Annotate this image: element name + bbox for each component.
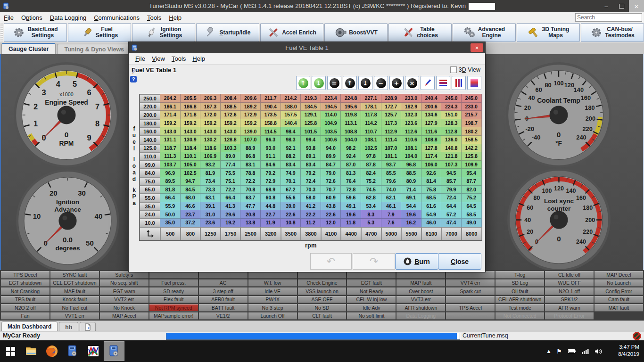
edit-pencil-icon[interactable] bbox=[130, 68, 137, 75]
ve-cell[interactable]: 47.4 bbox=[441, 219, 462, 227]
ve-cell[interactable]: 143.0 bbox=[160, 127, 181, 136]
ve-cell[interactable]: 74.0 bbox=[381, 186, 402, 194]
set-equal-button[interactable]: = bbox=[327, 76, 341, 90]
ve-cell[interactable]: 73.4 bbox=[200, 177, 221, 186]
load-axis-cell[interactable]: 220.0 bbox=[140, 103, 160, 111]
ve-cell[interactable]: 63.7 bbox=[240, 194, 261, 202]
ve-cell[interactable]: 46.0 bbox=[421, 219, 442, 227]
ve-cell[interactable]: 159.2 bbox=[181, 119, 201, 128]
load-axis-cell[interactable]: 110.0 bbox=[140, 152, 160, 161]
ve-cell[interactable]: 99.4 bbox=[301, 136, 321, 144]
rpm-axis-cell[interactable]: 4400 bbox=[341, 227, 361, 240]
ve-cell[interactable]: 98.3 bbox=[281, 136, 301, 144]
ve-cell[interactable]: 214.2 bbox=[281, 94, 301, 103]
ve-cell[interactable]: 128.8 bbox=[221, 136, 241, 144]
ve-cell[interactable]: 88.2 bbox=[281, 152, 301, 161]
interpolate-rows-button[interactable] bbox=[436, 76, 450, 90]
ve-cell[interactable]: 98.2 bbox=[341, 144, 361, 153]
minimize-button[interactable]: – bbox=[599, 0, 614, 12]
ve-cell[interactable]: 87.8 bbox=[361, 161, 381, 169]
ve-cell[interactable]: 205.5 bbox=[181, 94, 201, 103]
ve-cell[interactable]: 103.7 bbox=[160, 161, 181, 169]
shift-up-button[interactable]: ↑ bbox=[343, 76, 357, 90]
ve-cell[interactable]: 47.7 bbox=[240, 202, 261, 211]
ve-cell[interactable]: 75.2 bbox=[361, 177, 381, 186]
rpm-axis-cell[interactable]: 1750 bbox=[221, 227, 241, 240]
ve-cell[interactable]: 186.1 bbox=[160, 103, 181, 111]
toolbar-button-basic-load-settings[interactable]: Basic/LoadSettings bbox=[4, 23, 67, 42]
ve-cell[interactable]: 127.8 bbox=[421, 144, 442, 153]
ve-cell[interactable]: 89.1 bbox=[301, 152, 321, 161]
dashboard-tab-main-dashboard[interactable]: Main Dashboard bbox=[1, 321, 58, 331]
ve-cell[interactable]: 123.6 bbox=[401, 119, 421, 128]
ve-cell[interactable]: 72.2 bbox=[240, 177, 261, 186]
ve-cell[interactable]: 102.5 bbox=[361, 144, 381, 153]
ve-cell[interactable]: 62.8 bbox=[361, 194, 381, 202]
ve-cell[interactable]: 11.2 bbox=[301, 219, 321, 227]
load-axis-cell[interactable]: 160.0 bbox=[140, 127, 160, 136]
ve-cell[interactable]: 117.3 bbox=[381, 119, 402, 128]
rpm-axis-cell[interactable]: 4100 bbox=[321, 227, 341, 240]
ve-cell[interactable]: 13.8 bbox=[240, 219, 261, 227]
ve-cell[interactable]: 89.9 bbox=[321, 152, 341, 161]
ve-cell[interactable]: 105.0 bbox=[181, 161, 201, 169]
ve-cell[interactable]: 69.1 bbox=[401, 194, 421, 202]
ve-cell[interactable]: 59.6 bbox=[341, 194, 361, 202]
ve-cell[interactable]: 93.7 bbox=[381, 161, 402, 169]
dashboard-tab-hh[interactable]: hh bbox=[59, 322, 78, 331]
ve-cell[interactable]: 158.5 bbox=[462, 136, 482, 144]
ve-cell[interactable]: 228.9 bbox=[381, 94, 402, 103]
ve-cell[interactable]: 72.4 bbox=[441, 194, 462, 202]
ve-cell[interactable]: 159.2 bbox=[160, 119, 181, 128]
maximize-button[interactable] bbox=[614, 0, 629, 12]
ve-cell[interactable]: 81.4 bbox=[421, 177, 442, 186]
ve-cell[interactable]: 91.1 bbox=[261, 152, 281, 161]
ve-cell[interactable]: 108.1 bbox=[361, 136, 381, 144]
ve-cell[interactable]: 78.8 bbox=[240, 169, 261, 177]
tray-battery-icon[interactable] bbox=[568, 349, 576, 354]
ve-cell[interactable]: 245.0 bbox=[462, 94, 482, 103]
menu-options[interactable]: Options bbox=[21, 14, 42, 21]
ve-cell[interactable]: 195.6 bbox=[341, 103, 361, 111]
view-tab-tuning-dyno-views[interactable]: Tuning & Dyno Views bbox=[57, 44, 131, 54]
ve-cell[interactable]: 19.6 bbox=[341, 210, 361, 219]
toolbar-button-can-bus-testmodes[interactable]: CAN-bus/Testmodes bbox=[581, 23, 644, 42]
rpm-axis-cell[interactable]: 800 bbox=[181, 227, 201, 240]
ve-cell[interactable]: 74.5 bbox=[361, 186, 381, 194]
ve-cell[interactable]: 187.3 bbox=[200, 103, 221, 111]
tray-volume-icon[interactable] bbox=[595, 348, 603, 354]
help-icon[interactable]: ? bbox=[130, 76, 137, 82]
load-axis-cell[interactable]: 84.0 bbox=[140, 169, 160, 177]
ve-cell[interactable]: 140.8 bbox=[441, 144, 462, 153]
ve-cell[interactable]: 117.8 bbox=[361, 111, 381, 119]
tray-network-icon[interactable] bbox=[582, 348, 589, 354]
ve-cell[interactable]: 101.1 bbox=[381, 152, 402, 161]
ve-cell[interactable]: 68.5 bbox=[421, 194, 442, 202]
ve-cell[interactable]: 128.3 bbox=[441, 119, 462, 128]
ve-cell[interactable]: 92.1 bbox=[281, 144, 301, 153]
ve-cell[interactable]: 7.9 bbox=[381, 210, 402, 219]
ve-cell[interactable]: 107.0 bbox=[240, 136, 261, 144]
ve-cell[interactable]: 139.0 bbox=[240, 127, 261, 136]
ve-cell[interactable]: 112.9 bbox=[381, 127, 402, 136]
rpm-axis-cell[interactable]: 3500 bbox=[281, 227, 301, 240]
edit-pencil-button[interactable] bbox=[421, 76, 435, 90]
axis-swap-button[interactable] bbox=[140, 227, 160, 240]
taskbar-clock[interactable]: 3:47 PM 8/4/2019 bbox=[618, 344, 639, 358]
ve-cell[interactable]: 57.2 bbox=[441, 210, 462, 219]
ve-cell[interactable]: 39.0 bbox=[281, 202, 301, 211]
gradient-fill-button[interactable] bbox=[467, 76, 481, 90]
ve-cell[interactable]: 215.7 bbox=[462, 111, 482, 119]
explorer-taskbar-icon[interactable] bbox=[21, 341, 41, 361]
load-axis-cell[interactable]: 99.0 bbox=[140, 161, 160, 169]
scale-up-button[interactable]: ↑ bbox=[296, 76, 310, 90]
ve-cell[interactable]: 93.8 bbox=[301, 144, 321, 153]
ve-cell[interactable]: 92.4 bbox=[341, 152, 361, 161]
toolbar-button-startup-idle[interactable]: Startup/Idle bbox=[196, 23, 259, 42]
ve-cell[interactable]: 208.4 bbox=[221, 94, 241, 103]
ve-cell[interactable]: 103.3 bbox=[221, 144, 241, 153]
ve-cell[interactable]: 142.2 bbox=[462, 144, 482, 153]
ve-cell[interactable]: 151.0 bbox=[441, 111, 462, 119]
ve-cell[interactable]: 55.9 bbox=[160, 202, 181, 211]
load-axis-cell[interactable]: 250.0 bbox=[140, 94, 160, 103]
